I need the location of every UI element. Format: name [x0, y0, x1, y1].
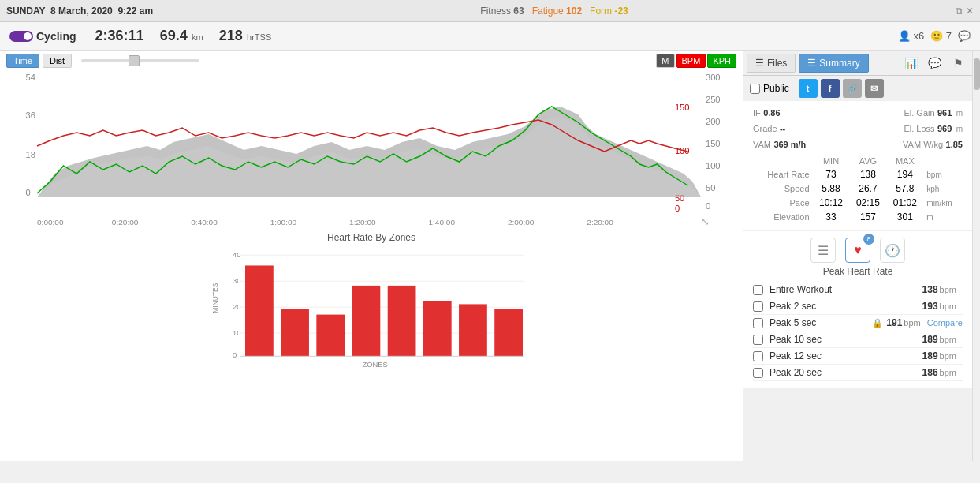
stat-row-unit: bpm — [923, 167, 963, 182]
twitter-button[interactable]: t — [799, 79, 818, 98]
peak-item-value: 193 — [922, 301, 938, 312]
svg-text:0: 0 — [675, 204, 680, 213]
right-outer: ☰ Files ☰ Summary 📊 💬 ⚑ Public — [743, 51, 980, 461]
peak-list-item: Peak 10 sec189 bpm — [753, 331, 963, 348]
minimize-button[interactable]: ⧉ — [956, 6, 963, 17]
activity-stats: 2:36:11 69.4 km 218 hrTSS — [95, 28, 272, 44]
svg-text:0:20:00: 0:20:00 — [112, 219, 138, 227]
svg-text:MINUTES: MINUTES — [211, 283, 219, 313]
m-button[interactable]: M — [656, 54, 674, 68]
peak-item-checkbox[interactable] — [753, 318, 763, 328]
stat-row-unit: m — [923, 210, 963, 224]
distance-value: 69.4 km — [160, 28, 203, 44]
scrollbar-thumb[interactable] — [974, 58, 980, 90]
peak-list-item: Peak 12 sec189 bpm — [753, 348, 963, 365]
zone-bar-8 — [494, 309, 523, 356]
chart-icon-button[interactable]: 📊 — [900, 52, 922, 74]
zone-bar-3 — [316, 315, 345, 357]
svg-text:20: 20 — [233, 302, 240, 311]
date-display: SUNDAY 8 March, 2020 9:22 am — [6, 6, 153, 17]
chart-slider[interactable] — [81, 59, 199, 62]
zones-svg: 40 30 20 10 0 MINUTES — [6, 246, 736, 373]
form-label: Form -23 — [590, 6, 628, 17]
peak-item-checkbox[interactable] — [753, 335, 763, 345]
svg-text:1:40:00: 1:40:00 — [429, 219, 455, 227]
stat-row-avg: 138 — [849, 167, 886, 182]
svg-text:100: 100 — [706, 162, 721, 170]
time-button[interactable]: Time — [6, 54, 39, 68]
athletes-icon: 👤 x6 — [898, 30, 924, 42]
link-button[interactable]: 🔗 — [843, 79, 862, 98]
public-checkbox[interactable] — [750, 84, 760, 94]
svg-text:36: 36 — [26, 111, 36, 120]
fitness-label: Fitness 63 — [480, 6, 524, 17]
svg-text:54: 54 — [26, 73, 36, 82]
stat-row-min: 5.88 — [813, 182, 850, 196]
right-scrollbar[interactable] — [972, 51, 980, 461]
summary-tab[interactable]: ☰ Summary — [799, 54, 868, 73]
compare-link[interactable]: Compare — [927, 318, 963, 328]
stats-table-row: Pace 10:12 02:15 01:02 min/km — [753, 196, 963, 210]
activity-title: Cycling — [36, 30, 76, 43]
vam-wkg-value: 1.85 — [946, 140, 963, 149]
bpm-button[interactable]: BPM — [676, 54, 706, 68]
stat-row-max: 194 — [886, 167, 923, 182]
peak-item-checkbox[interactable] — [753, 368, 763, 378]
svg-text:2:00:00: 2:00:00 — [508, 219, 534, 227]
zone-bar-4 — [352, 286, 381, 356]
vam-label: VAM — [753, 140, 771, 149]
day-label: SUNDAY — [6, 6, 45, 17]
stat-row-label: Elevation — [753, 210, 813, 224]
el-gain-unit: m — [956, 109, 963, 118]
stats-top-section: IF 0.86 El. Gain 961 m Grade -- — [743, 101, 972, 231]
tab-icons: 📊 💬 ⚑ — [900, 52, 969, 74]
facebook-button[interactable]: f — [821, 79, 840, 98]
grade-row: Grade -- — [753, 123, 785, 134]
peak-item-checkbox[interactable] — [753, 285, 763, 295]
peak-item-value: 138 — [922, 284, 938, 295]
stats-table-row: Elevation 33 157 301 m — [753, 210, 963, 224]
comment-icon-button[interactable]: 💬 — [923, 52, 945, 74]
stat-row-label: Heart Rate — [753, 167, 813, 182]
email-button[interactable]: ✉ — [865, 79, 884, 98]
vam-wkg-row: VAM W/kg 1.85 — [903, 139, 963, 150]
files-tab[interactable]: ☰ Files — [747, 54, 796, 73]
if-value: 0.86 — [763, 108, 780, 118]
el-gain-label: El. Gain — [904, 108, 934, 118]
flag-icon-button[interactable]: ⚑ — [947, 52, 969, 74]
stat-row-min: 73 — [813, 167, 850, 182]
peak-item-label: Peak 20 sec — [769, 367, 922, 378]
right-panel: ☰ Files ☰ Summary 📊 💬 ⚑ Public — [743, 51, 972, 461]
zone-bar-2 — [281, 309, 309, 356]
public-checkbox-label[interactable]: Public — [750, 83, 789, 94]
el-gain-value: 961 — [937, 108, 952, 118]
stats-table: MIN AVG MAX Heart Rate 73 138 194 bpm Sp… — [753, 155, 963, 224]
peak-item-value: 191 — [886, 317, 902, 328]
slider-handle[interactable] — [129, 55, 140, 66]
peak-item-checkbox[interactable] — [753, 351, 763, 361]
stats-table-row: Heart Rate 73 138 194 bpm — [753, 167, 963, 182]
activity-icon: Cycling — [9, 30, 76, 43]
top-bar: SUNDAY 8 March, 2020 9:22 am Fitness 63 … — [0, 0, 980, 22]
kph-button[interactable]: KPH — [707, 54, 736, 68]
stat-row-min: 10:12 — [813, 196, 850, 210]
peak-list-item: Peak 5 sec🔒191 bpmCompare — [753, 315, 963, 331]
chart-svg: 54 36 18 0 300 250 200 150 100 50 0 150 … — [6, 71, 736, 229]
zone-bar-6 — [423, 301, 452, 357]
comment-icon: 💬 — [958, 30, 971, 42]
duration-value: 2:36:11 — [95, 28, 144, 44]
close-button[interactable]: ✕ — [966, 6, 974, 17]
svg-text:1:20:00: 1:20:00 — [349, 219, 375, 227]
dist-button[interactable]: Dist — [43, 54, 72, 68]
svg-text:300: 300 — [706, 73, 721, 82]
peak-item-checkbox[interactable] — [753, 301, 763, 312]
kudos-icon: 🙂 7 — [930, 30, 952, 42]
stat-row-label: Speed — [753, 182, 813, 196]
svg-text:50: 50 — [706, 184, 716, 193]
zone-bar-5 — [388, 286, 416, 356]
peak-list-item: Peak 20 sec186 bpm — [753, 365, 963, 381]
vam-value: 369 m/h — [773, 140, 806, 149]
stat-row-min: 33 — [813, 210, 850, 224]
peak-item-unit: bpm — [904, 318, 920, 328]
grade-label: Grade — [753, 124, 777, 133]
